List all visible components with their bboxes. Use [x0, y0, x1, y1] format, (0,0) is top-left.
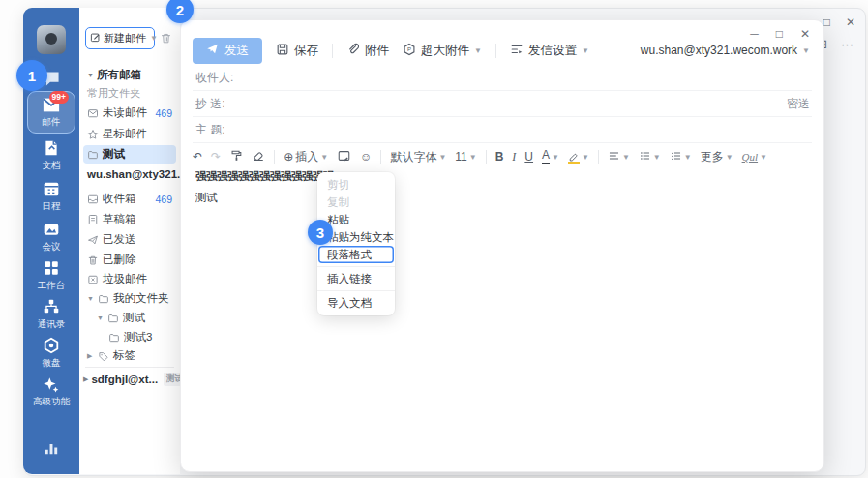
compose-mail-button[interactable]: 新建邮件 ▼: [85, 27, 155, 49]
align-button[interactable]: ▼: [608, 150, 630, 164]
mail-open-icon: [87, 107, 99, 119]
chevron-down-icon: ▼: [438, 153, 446, 162]
format-painter-icon[interactable]: [229, 149, 243, 165]
save-button[interactable]: 保存: [276, 43, 318, 59]
chevron-down-icon: ▼: [582, 46, 589, 55]
folder-deleted[interactable]: 已删除: [83, 251, 176, 269]
section-account1[interactable]: wu.shan@xty321....: [87, 168, 190, 180]
mail-sidebar: 新建邮件 ▼ ▼ 所有邮箱 常用文件夹 未读邮件 469 星标邮件 测试 wu.…: [79, 8, 180, 474]
signature-button[interactable]: Qul ▼: [742, 151, 767, 163]
bold-button[interactable]: B: [495, 150, 504, 164]
cc-field[interactable]: 抄 送: 密送: [193, 91, 812, 117]
from-account-selector[interactable]: wu.shan@xty321.wecom.work ▼: [641, 44, 810, 57]
nav-drive[interactable]: 微盘: [26, 337, 76, 370]
main-close-icon[interactable]: ✕: [846, 16, 855, 28]
draft-icon: [87, 214, 99, 225]
avatar[interactable]: [37, 25, 66, 54]
to-field[interactable]: 收件人:: [193, 65, 812, 91]
highlight-button[interactable]: ▼: [568, 151, 589, 164]
trash-icon[interactable]: [160, 31, 172, 48]
folder-sent[interactable]: 已发送: [83, 230, 176, 249]
numbered-list-icon: [670, 150, 682, 164]
folder-test-selected[interactable]: 测试: [83, 145, 176, 164]
more-formats-button[interactable]: 更多 ▼: [701, 149, 733, 165]
toolbar-separator: [332, 44, 333, 58]
tag-icon: [98, 350, 109, 362]
annotation-step-3: 3: [308, 220, 333, 245]
numbered-list-button[interactable]: ▼: [670, 150, 692, 164]
chevron-down-icon: ▼: [582, 153, 589, 162]
send-settings-button[interactable]: 发信设置 ▼: [510, 43, 589, 59]
screenshot-icon[interactable]: [337, 149, 351, 165]
chevron-down-icon: ▼: [622, 153, 630, 162]
signature-icon: Qul: [742, 151, 759, 163]
folder-test-sub[interactable]: ▼ 测试: [83, 309, 176, 327]
compose-icon: [90, 32, 101, 45]
chevron-down-icon: ▼: [552, 153, 559, 162]
redo-icon[interactable]: ↷: [211, 151, 221, 163]
nav-workbench[interactable]: 工作台: [26, 259, 76, 292]
paperclip-icon: [346, 43, 360, 59]
send-plane-icon: [206, 43, 219, 58]
menu-separator: [317, 266, 395, 267]
underline-button[interactable]: U: [524, 150, 533, 164]
chevron-down-icon: ▼: [802, 46, 810, 55]
plus-circle-icon: ⊕: [284, 151, 293, 163]
italic-button[interactable]: I: [512, 150, 516, 164]
nav-docs[interactable]: 文档: [26, 139, 76, 172]
meeting-icon: [43, 221, 60, 238]
chevron-down-icon: ▼: [474, 46, 482, 55]
nav-mail[interactable]: 99+ 邮件: [26, 97, 76, 129]
subject-field[interactable]: 主 题:: [193, 117, 812, 143]
emoji-icon[interactable]: ☺: [360, 151, 372, 163]
nav-advanced[interactable]: 高级功能: [26, 375, 76, 408]
chevron-down-icon: ▼: [760, 153, 767, 162]
bcc-toggle[interactable]: 密送: [787, 96, 812, 112]
nav-stats[interactable]: [26, 439, 76, 457]
org-chart-icon: [43, 298, 60, 315]
menu-item-insert-link[interactable]: 插入链接: [317, 270, 395, 287]
folder-test3[interactable]: 测试3: [83, 328, 176, 346]
send-button[interactable]: 发送: [193, 38, 262, 64]
align-icon: [608, 150, 620, 164]
clear-format-icon[interactable]: [252, 149, 265, 165]
menu-item-import-doc[interactable]: 导入文档: [317, 294, 395, 312]
folder-tags[interactable]: ▶ 标签: [83, 346, 176, 365]
nav-contacts[interactable]: 通讯录: [26, 298, 76, 331]
large-attachment-button[interactable]: P 超大附件 ▼: [403, 43, 482, 59]
folder-drafts[interactable]: 草稿箱: [83, 210, 176, 228]
bar-chart-icon: [43, 439, 60, 457]
font-size-select[interactable]: 11 ▼: [455, 150, 476, 164]
section-all-mail[interactable]: ▼ 所有邮箱: [87, 68, 141, 82]
attachment-button[interactable]: 附件: [346, 43, 389, 59]
folder-my-folders[interactable]: ▼ 我的文件夹: [83, 289, 176, 308]
unread-badge: 99+: [49, 91, 69, 104]
undo-icon[interactable]: ↶: [193, 151, 202, 163]
spam-icon: [87, 274, 99, 285]
menu-item-cut[interactable]: 剪切: [317, 176, 395, 194]
menu-item-copy[interactable]: 复制: [317, 194, 395, 211]
folder-starred[interactable]: 星标邮件: [83, 125, 176, 143]
font-color-button[interactable]: A ▼: [542, 149, 559, 164]
nav-calendar[interactable]: 日程: [26, 180, 76, 213]
document-icon: [43, 139, 60, 157]
folder-icon: [108, 332, 120, 344]
font-family-select[interactable]: 默认字体 ▼: [390, 149, 446, 165]
settings-list-icon: [510, 43, 524, 59]
body-line-2[interactable]: 测试: [195, 191, 217, 205]
more-options-icon[interactable]: ···: [841, 38, 853, 50]
trash-icon: [87, 254, 99, 266]
annotation-step-1: 1: [16, 60, 47, 91]
body-line-1[interactable]: 强强强强强强强强强强强强强: [195, 169, 334, 184]
folder-inbox[interactable]: 收件箱 469: [83, 190, 176, 208]
folder-spam[interactable]: 垃圾邮件: [83, 270, 176, 288]
insert-menu[interactable]: ⊕ 插入 ▼: [284, 149, 328, 165]
nav-meeting[interactable]: 会议: [26, 221, 76, 254]
menu-item-paragraph-format[interactable]: 段落格式: [318, 246, 394, 263]
bullet-list-button[interactable]: ▼: [639, 150, 661, 164]
folder-icon: [87, 149, 99, 161]
compose-window: ─ □ ✕ 发送 保存 附件 P 超大附件 ▼: [180, 19, 824, 472]
folder-icon: [107, 313, 119, 324]
folder-unread[interactable]: 未读邮件 469: [83, 104, 176, 122]
caret-down-icon: ▼: [87, 295, 94, 302]
